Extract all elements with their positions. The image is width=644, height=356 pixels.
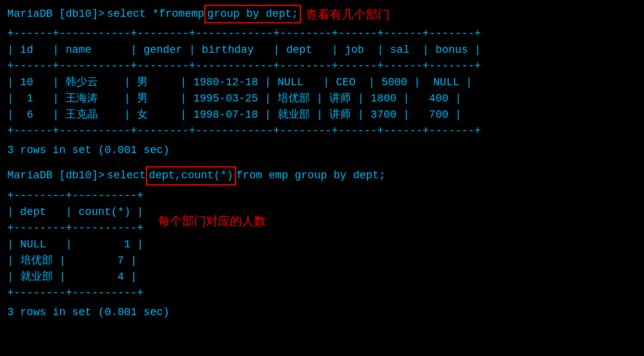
- table1-row-0: | 10 | 韩少云 | 男 | 1980-12-18 | NULL | CEO…: [7, 74, 637, 91]
- table1-row-1: | 1 | 王海涛 | 男 | 1995-03-25 | 培优部 | 讲师 | …: [7, 91, 637, 107]
- table1-header: | id | name | gender | birthday | dept |…: [7, 42, 637, 58]
- cmd2-before: select: [107, 168, 146, 183]
- table2-sep-bot: +--------+----------+: [7, 285, 144, 301]
- cmd1-from: from: [159, 7, 184, 22]
- command-line-1: MariaDB [db10]> select * from emp group …: [7, 5, 637, 23]
- table2-header: | dept | count(*) |: [7, 204, 144, 220]
- table2-row-2: | 就业部 | 4 |: [7, 269, 144, 285]
- table-2: +--------+----------+ | dept | count(*) …: [7, 188, 144, 301]
- result-2: 3 rows in set (0.001 sec): [7, 305, 637, 320]
- cmd1-before: select *: [107, 7, 159, 22]
- cmd2-after: from emp group by dept;: [236, 168, 385, 183]
- table1-sep-bot: +------+-----------+--------+-----------…: [7, 123, 637, 139]
- table2-row-1: | 培优部 | 7 |: [7, 253, 144, 269]
- annotation-1: 查看有几个部门: [306, 6, 390, 23]
- table1-sep-top: +------+-----------+--------+-----------…: [7, 26, 637, 42]
- table2-sep-mid: +--------+----------+: [7, 220, 144, 237]
- table2-sep-top: +--------+----------+: [7, 188, 144, 204]
- annotation-2: 每个部门对应的人数: [158, 213, 266, 229]
- result-1: 3 rows in set (0.001 sec): [7, 143, 637, 158]
- table1-sep-mid: +------+-----------+--------+-----------…: [7, 58, 637, 74]
- prompt-2: MariaDB [db10]>: [7, 168, 105, 183]
- cmd1-highlight: group by dept;: [204, 5, 301, 23]
- table1-row-2: | 6 | 王克晶 | 女 | 1998-07-18 | 就业部 | 讲师 | …: [7, 107, 637, 123]
- cmd2-highlight: dept,count(*): [146, 166, 236, 185]
- annotation2-container: 每个部门对应的人数: [144, 188, 266, 229]
- terminal: MariaDB [db10]> select * from emp group …: [7, 5, 637, 320]
- table2-row-0: | NULL | 1 |: [7, 237, 144, 253]
- prompt-1: MariaDB [db10]>: [7, 7, 105, 22]
- cmd1-middle: emp: [185, 7, 204, 22]
- table2-section: +--------+----------+ | dept | count(*) …: [7, 188, 637, 301]
- command-line-2: MariaDB [db10]> select dept,count(*) fro…: [7, 166, 637, 185]
- table-1: +------+-----------+--------+-----------…: [7, 26, 637, 139]
